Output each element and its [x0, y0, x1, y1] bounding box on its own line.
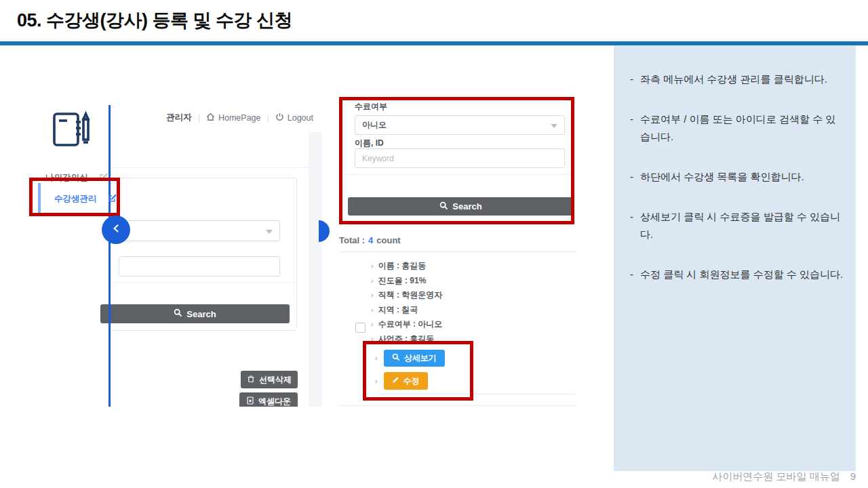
instruction-dash: -	[630, 70, 633, 88]
expand-toggle-half-circle[interactable]	[319, 220, 330, 242]
arrow-bullet-icon: ›	[371, 291, 374, 299]
list-item-text: 수료여부 : 아니오	[378, 319, 443, 330]
arrow-bullet-icon: ›	[375, 378, 378, 385]
power-icon	[275, 113, 284, 123]
total-count-row: Total : 4 count	[339, 235, 401, 245]
search-button[interactable]: Search	[348, 197, 574, 216]
instruction-text: 상세보기 클릭 시 수료증을 발급할 수 있습니다.	[640, 208, 844, 243]
list-item: › 사업주 : 홍길동	[371, 335, 442, 344]
total-count-value: 4	[368, 235, 373, 245]
edit-button-label: 수정	[403, 375, 420, 387]
sidebar-item-my-classroom[interactable]: 나의강의실	[45, 172, 108, 184]
edit-square-icon	[99, 173, 108, 184]
search-text-input[interactable]	[119, 256, 280, 277]
list-item: › 지역 : 칠곡	[371, 306, 442, 314]
sidebar-item-student-management[interactable]: 수강생관리	[54, 193, 117, 205]
edit-square-icon	[108, 194, 117, 205]
list-item-divider	[378, 394, 576, 394]
topbar-divider	[110, 167, 309, 168]
search-icon	[439, 201, 448, 212]
arrow-bullet-icon: ›	[371, 277, 374, 285]
instruction-text: 수료여부 / 이름 또는 아이디로 검색할 수 있습니다.	[640, 110, 844, 146]
delete-selected-button[interactable]: 선택삭제	[241, 371, 298, 388]
detail-view-button[interactable]: 상세보기	[384, 350, 445, 367]
completion-select[interactable]: 아니오	[355, 115, 565, 135]
page-background-strip	[309, 132, 322, 407]
panel-split-line	[108, 105, 111, 407]
instruction-item: - 수정 클릭 시 회원정보를 수정할 수 있습니다.	[630, 266, 844, 283]
list-bottom-divider	[339, 405, 576, 406]
keyword-input[interactable]	[355, 148, 565, 168]
instruction-dash: -	[630, 266, 633, 283]
admin-topbar: 관리자 | HomePage | Logout	[166, 112, 313, 123]
filter-select[interactable]	[119, 220, 280, 241]
topbar-separator: |	[198, 113, 200, 123]
detail-action-row: › 상세보기	[375, 350, 445, 367]
list-item: › 수료여부 : 아니오	[371, 320, 442, 329]
page-title: 05. 수강생(강사) 등록 및 수강 신청	[17, 8, 292, 33]
instruction-sidebar: - 좌측 메뉴에서 수강생 관리를 클릭합니다. - 수료여부 / 이름 또는 …	[614, 46, 856, 471]
list-top-divider	[339, 251, 576, 252]
trash-icon	[247, 375, 255, 385]
instruction-item: - 수료여부 / 이름 또는 아이디로 검색할 수 있습니다.	[630, 110, 844, 146]
instruction-text: 하단에서 수강생 목록을 확인합니다.	[640, 168, 804, 186]
instruction-text: 좌측 메뉴에서 수강생 관리를 클릭합니다.	[640, 70, 827, 88]
footer-text: 사이버연수원 모바일 매뉴얼	[712, 470, 840, 483]
page-footer: 사이버연수원 모바일 매뉴얼 9	[712, 470, 856, 483]
list-item-text: 지역 : 칠곡	[378, 304, 418, 316]
edit-action-row: › 수정	[375, 372, 428, 390]
excel-button-label: 엑셀다운	[258, 396, 291, 407]
chevron-down-icon	[266, 230, 273, 234]
homepage-label: HomePage	[218, 113, 261, 123]
list-item-text: 진도율 : 91%	[378, 275, 427, 287]
topbar-separator: |	[267, 113, 269, 123]
list-item-text: 이름 : 홍길동	[378, 260, 427, 272]
excel-download-button[interactable]: 엑셀다운	[239, 392, 298, 407]
list-item-text: 직책 : 학원운영자	[378, 289, 443, 301]
search-button[interactable]: Search	[100, 304, 290, 323]
arrow-bullet-icon: ›	[375, 354, 378, 362]
delete-button-label: 선택삭제	[259, 374, 292, 386]
page-number: 9	[850, 470, 856, 482]
excel-file-icon	[246, 396, 254, 407]
arrow-bullet-icon: ›	[371, 321, 374, 328]
name-id-label: 이름, ID	[355, 138, 384, 149]
logout-link[interactable]: Logout	[275, 113, 313, 123]
instruction-item: - 좌측 메뉴에서 수강생 관리를 클릭합니다.	[630, 70, 844, 88]
list-item: › 이름 : 홍길동	[371, 262, 442, 270]
completion-select-value: 아니오	[362, 119, 387, 131]
search-button-label: Search	[452, 201, 481, 211]
arrow-bullet-icon: ›	[371, 336, 374, 343]
instruction-item: - 상세보기 클릭 시 수료증을 발급할 수 있습니다.	[630, 208, 844, 243]
card-divider	[113, 282, 294, 283]
list-item-text: 사업주 : 홍길동	[378, 333, 435, 345]
student-detail-list: › 이름 : 홍길동 › 진도율 : 91% › 직책 : 학원운영자 › 지역…	[371, 262, 442, 344]
search-icon	[174, 308, 182, 319]
instruction-dash: -	[630, 208, 633, 243]
admin-label[interactable]: 관리자	[166, 112, 192, 123]
arrow-bullet-icon: ›	[371, 262, 374, 270]
row-checkbox[interactable]	[355, 323, 366, 333]
instruction-item: - 하단에서 수강생 목록을 확인합니다.	[630, 168, 844, 186]
count-unit-label: count	[376, 235, 400, 245]
instruction-dash: -	[630, 168, 633, 186]
edit-button[interactable]: 수정	[384, 372, 428, 390]
header-rule	[0, 41, 868, 45]
homepage-link[interactable]: HomePage	[206, 113, 261, 123]
pencil-icon	[392, 376, 399, 386]
list-item: › 직책 : 학원운영자	[371, 291, 442, 300]
menu-label: 수강생관리	[54, 193, 97, 205]
search-icon	[392, 353, 400, 363]
search-button-label: Search	[186, 309, 216, 319]
student-search-screenshot-panel: 수료여부 아니오 이름, ID Search Total : 4 count ›…	[330, 95, 593, 407]
arrow-bullet-icon: ›	[371, 306, 374, 314]
total-label: Total :	[339, 235, 365, 245]
form-divider	[344, 174, 576, 175]
chevron-left-icon	[112, 224, 120, 236]
detail-button-label: 상세보기	[404, 352, 437, 364]
home-icon	[206, 113, 215, 123]
instruction-dash: -	[630, 110, 633, 146]
collapse-toggle-button[interactable]	[102, 216, 130, 244]
chevron-down-icon	[551, 124, 557, 128]
active-menu-indicator	[38, 183, 41, 213]
